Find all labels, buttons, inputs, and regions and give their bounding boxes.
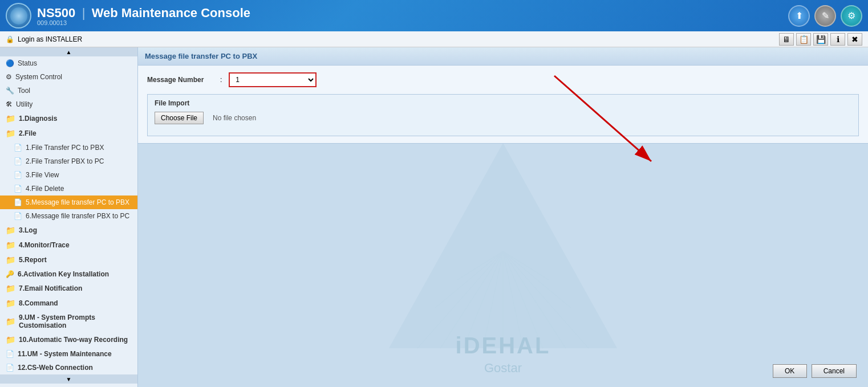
message-number-row: Message Number : 1 2 3 4 5 (147, 72, 859, 87)
info-toolbar-btn[interactable]: ℹ (830, 33, 845, 46)
utility-icon: 🛠 (6, 100, 13, 108)
cancel-button[interactable]: Cancel (812, 364, 857, 378)
sidebar-label-file-view: 3.File View (26, 171, 59, 179)
app-logo (6, 3, 31, 28)
svg-line-1 (417, 251, 503, 348)
sidebar-label-file-delete: 4.File Delete (26, 185, 64, 193)
sidebar-item-report[interactable]: 📁 5.Report (0, 252, 137, 267)
login-bar: 🔒 Login as INSTALLER 🖥 📋 💾 ℹ ✖ (0, 31, 868, 47)
close-toolbar-btn[interactable]: ✖ (847, 33, 862, 46)
sidebar-label-um-prompts: 9.UM - System Prompts Customisation (19, 313, 133, 329)
product-name: NS500 (37, 6, 75, 20)
ok-button[interactable]: OK (773, 364, 807, 378)
watermark: iDEHAL Gostar (383, 137, 623, 376)
sidebar-item-file-transfer-pc[interactable]: 📄 1.File Transfer PC to PBX (0, 141, 137, 154)
message-number-colon: : (220, 76, 222, 84)
file-chooser-row: Choose File No file chosen (155, 112, 851, 124)
content-area: iDEHAL Gostar Message file transfer PC t… (138, 47, 868, 387)
sidebar-item-system-control[interactable]: ⚙ System Control (0, 70, 137, 84)
sidebar-item-status[interactable]: 🔵 Status (0, 56, 137, 70)
choose-file-button[interactable]: Choose File (155, 112, 204, 124)
sidebar-item-auto-recording[interactable]: 📁 10.Automatic Two-way Recording (0, 332, 137, 347)
svg-line-12 (457, 251, 503, 280)
svg-line-6 (503, 251, 523, 348)
save-toolbar-btn[interactable]: 💾 (813, 33, 828, 46)
edit-button[interactable]: ✎ (814, 5, 836, 27)
msg-transfer-pc-icon: 📄 (14, 198, 22, 206)
main-layout: ▲ 🔵 Status ⚙ System Control 🔧 Tool 🛠 Uti… (0, 47, 868, 387)
email-notification-icon: 📁 (6, 284, 15, 293)
upload-button[interactable]: ⬆ (788, 5, 810, 27)
login-info: 🔒 Login as INSTALLER (6, 35, 82, 43)
sidebar-item-file[interactable]: 📁 2.File (0, 126, 137, 141)
sidebar-item-um-prompts[interactable]: 📁 9.UM - System Prompts Customisation (0, 311, 137, 332)
settings-button[interactable]: ⚙ (841, 5, 862, 27)
diagnosis-folder-icon: 📁 (6, 114, 15, 123)
sidebar-label-file-transfer-pbx: 2.File Transfer PBX to PC (26, 157, 104, 165)
svg-line-2 (440, 251, 503, 348)
sidebar-item-msg-transfer-pc[interactable]: 📄 5.Message file transfer PC to PBX (0, 195, 137, 209)
sidebar-item-um-maintenance[interactable]: 📄 11.UM - System Maintenance (0, 347, 137, 361)
file-folder-icon: 📁 (6, 129, 15, 138)
message-number-select-wrapper: 1 2 3 4 5 (229, 72, 317, 87)
file-import-title: File Import (155, 99, 851, 107)
sidebar-label-email-notification: 7.Email Notification (19, 284, 82, 292)
sidebar-item-cs-web[interactable]: 📄 12.CS-Web Connection (0, 361, 137, 374)
sidebar-label-cs-web: 12.CS-Web Connection (18, 364, 93, 372)
no-file-text: No file chosen (213, 114, 256, 122)
monitor-trace-folder-icon: 📁 (6, 241, 15, 250)
monitor-toolbar-btn[interactable]: 🖥 (779, 33, 794, 46)
system-control-icon: ⚙ (6, 73, 12, 81)
sidebar-label-file-transfer-pc: 1.File Transfer PC to PBX (26, 144, 104, 152)
log-folder-icon: 📁 (6, 226, 15, 235)
svg-line-7 (503, 251, 543, 348)
list-toolbar-btn[interactable]: 📋 (796, 33, 811, 46)
sidebar-scroll-down[interactable]: ▼ (0, 374, 137, 384)
activation-key-icon: 🔑 (6, 270, 14, 278)
sidebar-item-file-delete[interactable]: 📄 4.File Delete (0, 182, 137, 195)
message-number-select[interactable]: 1 2 3 4 5 (230, 74, 315, 86)
sidebar-label-tool: Tool (18, 87, 30, 95)
svg-line-3 (463, 251, 503, 348)
um-maintenance-icon: 📄 (6, 350, 14, 358)
sidebar-item-monitor-trace[interactable]: 📁 4.Monitor/Trace (0, 238, 137, 252)
svg-line-13 (503, 251, 549, 280)
sidebar-item-log[interactable]: 📁 3.Log (0, 223, 137, 238)
sidebar-label-file: 2.File (19, 129, 36, 137)
watermark-svg (383, 137, 623, 354)
svg-line-9 (503, 251, 589, 348)
sidebar-item-diagnosis[interactable]: 📁 1.Diagnosis (0, 111, 137, 126)
sidebar-item-file-view[interactable]: 📄 3.File View (0, 168, 137, 182)
report-folder-icon: 📁 (6, 255, 15, 264)
panel-title: Message file transfer PC to PBX (145, 52, 257, 60)
file-delete-icon: 📄 (14, 185, 22, 193)
svg-line-4 (483, 251, 503, 348)
header-title: NS500 | Web Maintenance Console 009.0001… (37, 6, 250, 26)
svg-line-11 (503, 251, 571, 308)
sidebar-item-activation-key[interactable]: 🔑 6.Activation Key Installation (0, 267, 137, 281)
sidebar: ▲ 🔵 Status ⚙ System Control 🔧 Tool 🛠 Uti… (0, 47, 138, 387)
sidebar-label-system-control: System Control (15, 73, 62, 81)
svg-line-8 (503, 251, 566, 348)
sidebar-label-log: 3.Log (19, 226, 37, 234)
watermark-subtext: Gostar (484, 361, 522, 375)
sidebar-item-email-notification[interactable]: 📁 7.Email Notification (0, 281, 137, 296)
sidebar-item-tool[interactable]: 🔧 Tool (0, 84, 137, 97)
sidebar-label-utility: Utility (16, 100, 33, 108)
sidebar-scroll-up[interactable]: ▲ (0, 47, 137, 56)
sidebar-label-activation-key: 6.Activation Key Installation (18, 270, 109, 278)
cs-web-icon: 📄 (6, 364, 14, 372)
file-transfer-pbx-icon: 📄 (14, 157, 22, 165)
sidebar-item-msg-transfer-pbx[interactable]: 📄 6.Message file transfer PBX to PC (0, 209, 137, 223)
svg-marker-0 (389, 143, 617, 348)
sidebar-item-utility[interactable]: 🛠 Utility (0, 97, 137, 111)
sidebar-label-monitor-trace: 4.Monitor/Trace (19, 241, 70, 249)
sidebar-item-command[interactable]: 📁 8.Command (0, 296, 137, 311)
um-prompts-icon: 📁 (6, 317, 15, 326)
sidebar-label-report: 5.Report (19, 256, 47, 264)
file-import-section: File Import Choose File No file chosen (147, 94, 859, 136)
sidebar-item-file-transfer-pbx[interactable]: 📄 2.File Transfer PBX to PC (0, 154, 137, 168)
command-folder-icon: 📁 (6, 299, 15, 308)
watermark-text: iDEHAL (456, 333, 551, 358)
auto-recording-icon: 📁 (6, 335, 15, 344)
